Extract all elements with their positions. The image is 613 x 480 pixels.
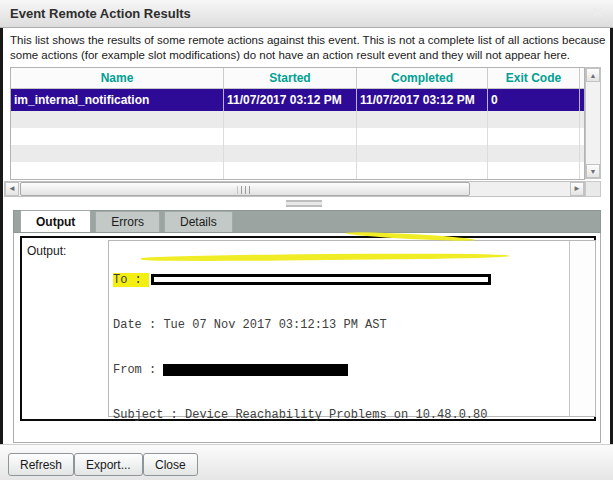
output-line-date: Date : Tue 07 Nov 2017 03:12:13 PM AST xyxy=(113,318,491,333)
column-header-spacer xyxy=(580,68,584,88)
output-tab-panel: Output: To : Date : Tue 07 Nov 2017 03:1… xyxy=(13,233,601,443)
tab-output[interactable]: Output xyxy=(20,210,91,232)
table-empty-row xyxy=(11,162,584,179)
table-row-selected[interactable]: im_internal_notification 11/07/2017 03:1… xyxy=(11,89,584,111)
column-header-exit-code[interactable]: Exit Code xyxy=(488,68,580,88)
output-field-label: Output: xyxy=(27,244,66,258)
column-header-name[interactable]: Name xyxy=(11,68,224,88)
scrollbar-corner xyxy=(585,181,601,197)
output-scrollbar-gutter[interactable] xyxy=(569,241,595,416)
table-horizontal-scrollbar[interactable]: ◄ ► xyxy=(4,181,585,197)
horizontal-scrollbar-thumb[interactable] xyxy=(20,182,470,196)
tab-details-label: Details xyxy=(180,215,217,229)
output-line-to: To : xyxy=(113,273,491,288)
tab-strip: Output Errors Details xyxy=(13,210,601,233)
output-field-group: Output: To : Date : Tue 07 Nov 2017 03:1… xyxy=(20,236,596,421)
refresh-button[interactable]: Refresh xyxy=(8,453,74,476)
title-bar[interactable]: Event Remote Action Results ✕ xyxy=(0,0,613,28)
highlighted-to-label: To : xyxy=(113,273,149,287)
output-line-from: From : xyxy=(113,363,491,378)
cell-name: im_internal_notification xyxy=(11,89,224,111)
cell-spacer xyxy=(580,89,584,111)
scroll-right-icon[interactable]: ► xyxy=(570,182,584,196)
table-empty-row xyxy=(11,128,584,145)
scroll-up-icon[interactable]: ▲ xyxy=(586,68,600,82)
table-vertical-scrollbar[interactable]: ▲ ▼ xyxy=(585,67,601,179)
highlight-marker xyxy=(345,231,475,243)
close-icon[interactable]: ✕ xyxy=(591,4,604,22)
close-button[interactable]: Close xyxy=(143,453,198,476)
redaction-bar xyxy=(151,274,491,285)
tab-details[interactable]: Details xyxy=(164,211,233,232)
column-header-started[interactable]: Started xyxy=(224,68,357,88)
results-table: Name Started Completed Exit Code im_inte… xyxy=(10,67,585,180)
event-remote-action-results-dialog: Event Remote Action Results ✕ This list … xyxy=(0,0,613,480)
dialog-left-border xyxy=(0,28,3,448)
cell-completed: 11/07/2017 03:12 PM xyxy=(357,89,488,111)
scroll-left-icon[interactable]: ◄ xyxy=(5,182,19,196)
cell-started: 11/07/2017 03:12 PM xyxy=(224,89,357,111)
cell-exit-code: 0 xyxy=(488,89,580,111)
table-empty-row xyxy=(11,111,584,128)
table-empty-row xyxy=(11,145,584,162)
scroll-down-icon[interactable]: ▼ xyxy=(586,164,600,178)
tab-output-label: Output xyxy=(36,215,75,229)
scrollbar-grip-icon xyxy=(238,186,253,194)
output-textarea[interactable]: To : Date : Tue 07 Nov 2017 03:12:13 PM … xyxy=(108,240,596,417)
dialog-title: Event Remote Action Results xyxy=(10,6,191,21)
output-line-subject: Subject : Device Reachability Problems o… xyxy=(113,408,491,423)
tab-errors[interactable]: Errors xyxy=(95,211,160,232)
table-header-row: Name Started Completed Exit Code xyxy=(11,68,584,89)
redaction-bar xyxy=(163,364,348,376)
splitter-handle[interactable] xyxy=(286,200,322,207)
description-text: This list shows the results of some remo… xyxy=(10,33,606,63)
button-bar: Refresh Export... Close xyxy=(0,444,613,480)
column-header-completed[interactable]: Completed xyxy=(357,68,488,88)
export-button[interactable]: Export... xyxy=(74,453,143,476)
tab-errors-label: Errors xyxy=(111,215,144,229)
